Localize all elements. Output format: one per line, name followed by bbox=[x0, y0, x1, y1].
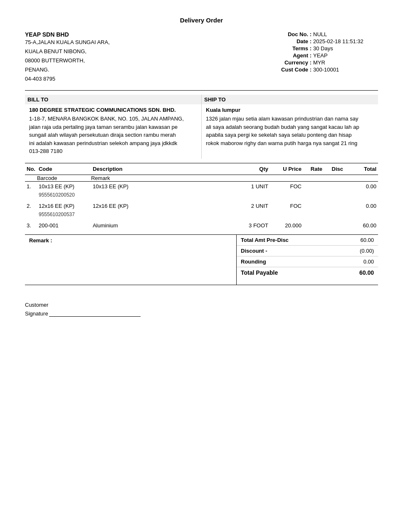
total-pre-disc-value: 60.00 bbox=[341, 237, 374, 243]
subhdr-barcode: Barcode bbox=[37, 175, 91, 181]
company-address2: KUALA BENUT NIBONG, bbox=[25, 47, 202, 56]
terms-value: 30 Days bbox=[312, 45, 378, 52]
item-code: 10x13 EE (KP) bbox=[37, 181, 91, 191]
terms-label: Terms : bbox=[292, 45, 312, 52]
currency-label: Currency : bbox=[284, 59, 312, 66]
header-section: YEAP SDN BHD 75-A,JALAN KUALA SUNGAI ARA… bbox=[25, 31, 378, 84]
item-rate bbox=[303, 181, 324, 191]
ship-to-city: Kuala lumpur bbox=[206, 107, 374, 113]
total-payable-row: Total Payable 60.00 bbox=[237, 267, 378, 278]
table-header-row: No. Code Description Qty U Price Rate Di… bbox=[25, 163, 378, 175]
barcode-no bbox=[25, 211, 37, 221]
item-disc bbox=[324, 221, 345, 230]
item-no: 2. bbox=[25, 201, 37, 211]
date-value: 2025-02-18 11:51:32 bbox=[312, 38, 378, 44]
barcode-value: 9555610200537 bbox=[37, 211, 91, 221]
total-pre-disc-row: Total Amt Pre-Disc 60.00 bbox=[237, 235, 378, 246]
company-phone: 04-403 8795 bbox=[25, 74, 202, 84]
barcode-row: 9555610200520 bbox=[25, 191, 378, 201]
rounding-label: Rounding bbox=[241, 259, 266, 265]
agent-value: YEAP bbox=[312, 52, 378, 59]
cust-code-label: Cust Code : bbox=[281, 66, 312, 73]
col-qty: Qty bbox=[232, 163, 270, 175]
discount-value: (0.00) bbox=[341, 248, 374, 254]
remark-box: Remark : bbox=[25, 235, 237, 285]
total-payable-label: Total Payable bbox=[241, 269, 278, 276]
subhdr-empty bbox=[232, 175, 378, 181]
item-qty: 2 UNIT bbox=[232, 201, 270, 211]
item-disc bbox=[324, 181, 345, 191]
item-total: 0.00 bbox=[345, 181, 378, 191]
item-no: 1. bbox=[25, 181, 37, 191]
terms-row: Terms : 30 Days bbox=[202, 45, 378, 52]
col-rate: Rate bbox=[303, 163, 324, 175]
bill-to-addr1: 1-18-7, MENARA BANGKOK BANK, NO. 105, JA… bbox=[29, 115, 197, 123]
discount-label: Discount - bbox=[241, 248, 267, 254]
item-uprice: FOC bbox=[270, 181, 303, 191]
ship-to-addr3: apabila saya pergi ke sekelah saya selal… bbox=[206, 131, 374, 139]
col-total: Total bbox=[345, 163, 378, 175]
item-rate bbox=[303, 201, 324, 211]
col-uprice: U Price bbox=[270, 163, 303, 175]
items-table: No. Code Description Qty U Price Rate Di… bbox=[25, 163, 378, 234]
ship-to-addr4: rokok maborow righy dan warna putih harg… bbox=[206, 139, 374, 148]
company-address1: 75-A,JALAN KUALA SUNGAI ARA, bbox=[25, 38, 202, 47]
header-divider bbox=[25, 90, 378, 91]
signature-label: Signature bbox=[25, 310, 48, 317]
ship-to-header: SHIP TO bbox=[202, 95, 378, 104]
totals-box: Total Amt Pre-Disc 60.00 Discount - (0.0… bbox=[237, 235, 378, 285]
total-payable-value: 60.00 bbox=[341, 269, 374, 276]
barcode-value: 9555610200520 bbox=[37, 191, 91, 201]
currency-value: MYR bbox=[312, 59, 378, 66]
rounding-value: 0.00 bbox=[341, 259, 374, 265]
item-desc: 10x13 EE (KP) bbox=[91, 181, 232, 191]
total-pre-disc-label: Total Amt Pre-Disc bbox=[241, 237, 289, 243]
company-info: YEAP SDN BHD 75-A,JALAN KUALA SUNGAI ARA… bbox=[25, 31, 202, 84]
date-row: Date : 2025-02-18 11:51:32 bbox=[202, 38, 378, 44]
item-total: 0.00 bbox=[345, 201, 378, 211]
item-desc: 12x16 EE (KP) bbox=[91, 201, 232, 211]
barcode-row bbox=[25, 230, 378, 234]
document-title: Delivery Order bbox=[25, 17, 378, 24]
bill-to-addr4: ini adalah kawasan perindustrian selekoh… bbox=[29, 139, 197, 148]
col-description: Description bbox=[91, 163, 232, 175]
discount-row: Discount - (0.00) bbox=[237, 246, 378, 256]
table-row: 3. 200-001 Aluminium 3 FOOT 20.000 60.00 bbox=[25, 221, 378, 230]
bill-to-company: 180 DEGREE STRATEGIC COMMUNICATIONS SDN.… bbox=[29, 107, 197, 113]
ship-to-addr1: 1326 jalan mjau setia alam kawasan prind… bbox=[206, 115, 374, 123]
doc-no-label: Doc No. : bbox=[288, 31, 312, 37]
currency-row: Currency : MYR bbox=[202, 59, 378, 66]
col-code: Code bbox=[37, 163, 91, 175]
item-no: 3. bbox=[25, 221, 37, 230]
cust-code-row: Cust Code : 300-10001 bbox=[202, 66, 378, 73]
barcode-row: 9555610200537 bbox=[25, 211, 378, 221]
agent-label: Agent : bbox=[293, 52, 312, 59]
barcode-no bbox=[25, 191, 37, 201]
barcode-value bbox=[37, 230, 91, 234]
agent-row: Agent : YEAP bbox=[202, 52, 378, 59]
signature-line: Signature bbox=[25, 310, 378, 317]
date-label: Date : bbox=[297, 38, 312, 44]
remark-label: Remark : bbox=[29, 237, 52, 244]
item-uprice: 20.000 bbox=[270, 221, 303, 230]
footer-section: Remark : Total Amt Pre-Disc 60.00 Discou… bbox=[25, 234, 378, 285]
table-subheader-row: Barcode Remark bbox=[25, 175, 378, 181]
signature-section: Customer Signature bbox=[25, 302, 378, 317]
item-uprice: FOC bbox=[270, 201, 303, 211]
subhdr-no bbox=[25, 175, 37, 181]
barcode-remark bbox=[91, 230, 378, 234]
table-row: 1. 10x13 EE (KP) 10x13 EE (KP) 1 UNIT FO… bbox=[25, 181, 378, 191]
company-name: YEAP SDN BHD bbox=[25, 31, 202, 38]
item-total: 60.00 bbox=[345, 221, 378, 230]
doc-info: Doc No. : NULL Date : 2025-02-18 11:51:3… bbox=[202, 31, 378, 84]
cust-code-value: 300-10001 bbox=[312, 66, 378, 73]
doc-no-value: NULL bbox=[312, 31, 378, 37]
bill-to-box: BILL TO 180 DEGREE STRATEGIC COMMUNICATI… bbox=[25, 95, 202, 159]
ship-to-box: SHIP TO Kuala lumpur 1326 jalan mjau set… bbox=[202, 95, 378, 159]
bill-to-addr3: sungail alah wilayah persekutuan diraja … bbox=[29, 131, 197, 139]
bill-to-addr2: jalan raja uda pertaling jaya taman sera… bbox=[29, 123, 197, 131]
item-code: 12x16 EE (KP) bbox=[37, 201, 91, 211]
bill-to-header: BILL TO bbox=[25, 95, 201, 104]
table-row: 2. 12x16 EE (KP) 12x16 EE (KP) 2 UNIT FO… bbox=[25, 201, 378, 211]
rounding-row: Rounding 0.00 bbox=[237, 256, 378, 267]
